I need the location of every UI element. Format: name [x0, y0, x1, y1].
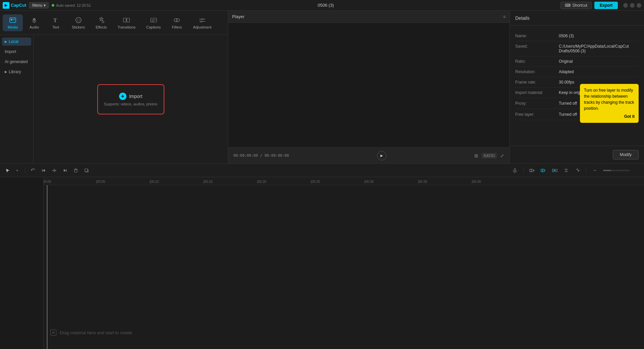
undo-button[interactable] — [29, 166, 37, 175]
player-right-controls: ⊞ RATIO ⤢ — [474, 153, 504, 158]
title-bar-left: ▶ CapCut Menu ▾ Auto saved: 12:20:51 — [3, 2, 91, 9]
maximize-button[interactable]: □ — [630, 3, 635, 8]
toolbar-item-adjustment[interactable]: Adjustment — [188, 14, 216, 31]
tooltip-got-it-button[interactable]: Got it — [584, 113, 635, 119]
svg-rect-41 — [531, 169, 533, 172]
expand-icon[interactable]: ⤢ — [500, 153, 504, 158]
toolbar-item-effects[interactable]: Effects — [91, 14, 111, 31]
next-frame-button[interactable] — [61, 166, 69, 175]
timeline-area: ▾ — [0, 163, 644, 349]
sidebar-item-ai-generated[interactable]: AI generated — [2, 58, 31, 66]
saved-label: Saved: — [515, 44, 559, 49]
details-footer: Modify — [510, 146, 644, 163]
menu-chevron-icon: ▾ — [44, 3, 46, 8]
svg-point-20 — [202, 18, 203, 20]
timeline-ruler: 00:00 |00:05 |00:10 |00:15 |00:20 |00:25… — [44, 177, 644, 185]
menu-button[interactable]: Menu ▾ — [29, 2, 49, 9]
adjustment-label: Adjustment — [193, 25, 211, 29]
zoom-out-button[interactable]: − — [590, 166, 599, 175]
svg-marker-29 — [53, 170, 54, 171]
svg-point-19 — [176, 18, 179, 22]
logo-icon: ▶ — [3, 2, 9, 9]
svg-marker-32 — [64, 169, 66, 172]
drop-area: + Import Supports: videos, audios, photo… — [34, 35, 228, 163]
auto-saved-text: Auto saved: 12:20:51 — [56, 3, 91, 7]
copy-button[interactable] — [82, 166, 91, 175]
modify-button[interactable]: Modify — [613, 150, 639, 159]
microphone-button[interactable] — [511, 166, 519, 175]
fullscreen-icon[interactable]: ⊞ — [474, 153, 478, 158]
detail-row-name: Name: 0506 (3) — [515, 31, 639, 41]
timeline-tracks: 00:00 |00:05 |00:10 |00:15 |00:20 |00:25… — [44, 177, 644, 349]
player-time-display: 00:00:00:00 / 00:00:00:00 — [233, 153, 289, 158]
effects-icon — [98, 16, 105, 24]
detail-row-resolution: Resolution: Adapted — [515, 67, 639, 77]
voice-over-button[interactable] — [573, 166, 582, 175]
ratio-label: Ratio: — [515, 59, 559, 64]
close-button[interactable]: ✕ — [637, 3, 641, 8]
svg-point-9 — [77, 19, 78, 20]
media-label: Media — [8, 25, 18, 29]
merge-button[interactable] — [550, 166, 559, 175]
link-out-button[interactable] — [539, 166, 548, 175]
sidebar-item-import[interactable]: Import — [2, 48, 31, 56]
svg-point-23 — [201, 21, 202, 22]
ruler-mark-1: |00:05 — [96, 180, 105, 184]
import-box-inner: + Import — [119, 93, 143, 100]
menu-label: Menu — [32, 3, 42, 8]
shortcut-button[interactable]: ⌨ Shortcut — [560, 2, 592, 9]
sidebar-item-library[interactable]: ▶ Library — [2, 68, 31, 76]
filters-icon — [173, 16, 180, 24]
svg-text:T: T — [53, 17, 57, 23]
title-bar-right: ⌨ Shortcut Export — □ ✕ — [560, 2, 641, 9]
svg-point-11 — [102, 21, 104, 23]
import-box[interactable]: + Import Supports: videos, audios, photo… — [97, 84, 164, 114]
prev-frame-button[interactable] — [39, 166, 48, 175]
play-button[interactable]: ▶ — [377, 151, 386, 160]
player-menu-icon[interactable]: ≡ — [503, 14, 505, 19]
drag-material-text: Drag material here and start to create — [60, 330, 132, 335]
timeline-toolbar: ▾ — [0, 164, 644, 177]
ratio-value: Original — [559, 59, 639, 64]
zoom-in-button[interactable] — [634, 166, 641, 175]
cursor-dropdown-button[interactable]: ▾ — [13, 166, 21, 175]
tooltip-box: Turn on free layer to modify the relatio… — [580, 84, 639, 123]
sidebar-item-local[interactable]: ▶ Local — [2, 38, 31, 46]
toolbar-item-audio[interactable]: Audio — [24, 14, 44, 31]
import-box-label: Import — [129, 94, 143, 99]
player-panel: Player ≡ 00:00:00:00 / 00:00:00:00 ▶ ⊞ R… — [228, 11, 510, 163]
auto-saved-dot-icon — [52, 4, 54, 7]
cursor-tool-button[interactable] — [3, 166, 12, 175]
toolbar-item-stickers[interactable]: Stickers — [67, 14, 90, 31]
player-area — [228, 23, 509, 147]
stickers-label: Stickers — [72, 25, 85, 29]
saved-value: C:/Users/MyPC/AppData/Local/CapCut Draft… — [559, 44, 639, 53]
track-area: ⊞ Drag material here and start to create — [44, 185, 644, 349]
export-button[interactable]: Export — [594, 2, 618, 9]
svg-rect-12 — [123, 18, 126, 22]
import-material-label: Import material: — [515, 90, 559, 95]
player-controls: 00:00:00:00 / 00:00:00:00 ▶ ⊞ RATIO ⤢ — [228, 147, 509, 163]
svg-rect-15 — [151, 18, 157, 22]
logo: ▶ CapCut — [3, 2, 26, 9]
text-icon: T — [52, 16, 59, 24]
toolbar-item-transitions[interactable]: Transitions — [113, 14, 140, 31]
name-label: Name: — [515, 34, 559, 38]
zoom-slider[interactable] — [603, 170, 630, 171]
svg-point-10 — [79, 19, 79, 20]
svg-rect-40 — [530, 169, 531, 172]
split-vertical-button[interactable] — [562, 166, 571, 175]
svg-point-8 — [76, 17, 81, 23]
minimize-button[interactable]: — — [623, 3, 628, 8]
toolbar-item-filters[interactable]: Filters — [167, 14, 187, 31]
delete-button[interactable] — [71, 166, 80, 175]
toolbar-item-text[interactable]: T Text — [46, 14, 66, 31]
tl-divider-2 — [523, 167, 524, 174]
link-in-button[interactable] — [528, 166, 536, 175]
audio-icon — [31, 16, 38, 24]
ruler-mark-5: |00:25 — [311, 180, 320, 184]
timeline-right-tools: − — [511, 166, 641, 175]
toolbar-item-captions[interactable]: Captions — [142, 14, 165, 31]
toolbar-item-media[interactable]: Media — [3, 14, 23, 31]
split-button[interactable] — [50, 166, 59, 175]
